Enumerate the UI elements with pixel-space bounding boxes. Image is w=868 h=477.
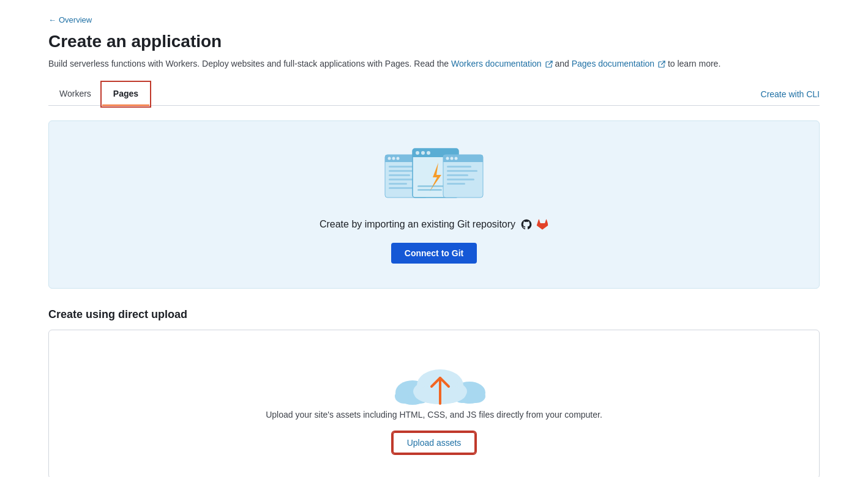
- svg-rect-8: [389, 174, 410, 176]
- upload-section-title: Create using direct upload: [48, 308, 820, 321]
- cloud-upload-illustration: [391, 355, 477, 410]
- svg-rect-20: [417, 189, 442, 191]
- back-arrow-icon: ←: [48, 15, 56, 24]
- svg-point-4: [392, 157, 395, 160]
- page-title: Create an application: [48, 32, 820, 51]
- svg-rect-23: [443, 160, 483, 162]
- pages-doc-link[interactable]: Pages documentation: [572, 59, 668, 68]
- svg-rect-27: [447, 166, 471, 168]
- svg-rect-31: [447, 183, 465, 185]
- tab-workers[interactable]: Workers: [48, 83, 102, 106]
- tabs-row: Workers Pages Create with CLI: [48, 83, 820, 106]
- workers-doc-link[interactable]: Workers documentation: [451, 59, 555, 68]
- svg-point-37: [466, 390, 485, 403]
- git-import-section: Create by importing an existing Git repo…: [48, 120, 820, 289]
- svg-point-26: [455, 157, 458, 160]
- tabs-container: Workers Pages: [48, 83, 149, 105]
- github-icon: [520, 218, 533, 231]
- external-link-icon: [545, 61, 553, 68]
- back-link-label: Overview: [59, 15, 92, 24]
- svg-rect-28: [447, 170, 477, 172]
- svg-point-25: [451, 157, 454, 160]
- svg-point-3: [388, 157, 391, 160]
- connect-to-git-button[interactable]: Connect to Git: [391, 243, 477, 264]
- svg-rect-6: [389, 166, 413, 168]
- page-subtitle: Build serverless functions with Workers.…: [48, 57, 820, 70]
- svg-point-16: [421, 151, 425, 155]
- upload-description: Upload your site's assets including HTML…: [266, 410, 602, 420]
- svg-point-5: [397, 157, 400, 160]
- upload-assets-button[interactable]: Upload assets: [392, 432, 476, 454]
- git-illustration: [379, 146, 489, 209]
- external-link-icon-2: [658, 61, 665, 68]
- svg-point-15: [416, 151, 419, 155]
- back-link[interactable]: ← Overview: [48, 15, 92, 24]
- gitlab-icon: [536, 218, 548, 231]
- tab-pages[interactable]: Pages: [102, 83, 149, 106]
- git-description: Create by importing an existing Git repo…: [320, 218, 548, 231]
- svg-point-17: [427, 151, 430, 155]
- create-with-cli-link[interactable]: Create with CLI: [761, 89, 820, 99]
- svg-point-24: [446, 157, 449, 160]
- svg-rect-30: [447, 179, 474, 180]
- svg-rect-29: [447, 174, 468, 176]
- svg-rect-10: [389, 183, 407, 185]
- direct-upload-section: Upload your site's assets including HTML…: [48, 330, 820, 477]
- svg-rect-11: [389, 187, 414, 189]
